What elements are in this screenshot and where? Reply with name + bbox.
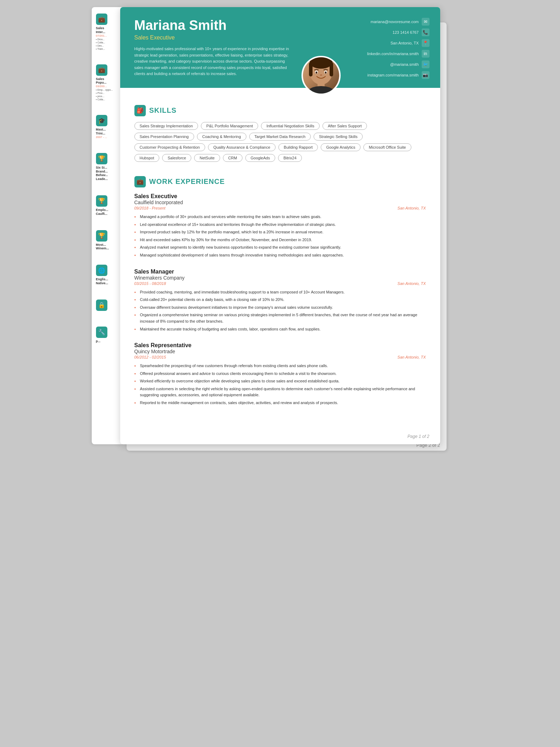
contact-info: mariana@novoresume.com✉123 1414 6767📞San… (367, 18, 430, 79)
sidebar-date-0: 07/201... (96, 34, 107, 37)
bullet-item: Oversaw different business development i… (134, 304, 426, 311)
job-dates: 09/2018 - Present (134, 206, 165, 210)
sidebar-text-6: Englis... Native... (96, 277, 108, 285)
bullet-item: Hit and exceeded sales KPIs by 30% for t… (134, 237, 426, 243)
job-title: Sales Representative (134, 342, 426, 349)
sidebar-item-3: 🏆Six Si... Brand... Behav... Leade... (95, 150, 119, 184)
sidebar-icon-8: 🔧 (96, 327, 107, 338)
contact-email-icon: ✉ (422, 18, 430, 26)
sidebar-icon-2: 🎓 (96, 115, 107, 126)
sidebar-item-2: 🎓Mast... Trini...2007 - ... (95, 112, 119, 142)
bullet-item: Offered professional answers and advice … (134, 371, 426, 377)
skills-grid: Sales Strategy ImplementationP&L Portfol… (134, 122, 426, 162)
sidebar-text-3: Six Si... Brand... Behav... Leade... (96, 166, 108, 181)
skill-tag: Influential Negotiation Skills (261, 122, 320, 130)
skill-tag: P&L Portfolio Management (201, 122, 258, 130)
sidebar-bullet: • Colla... (96, 98, 105, 101)
sidebar-item-1: 💼Sales Popu...03/200...• Emp... oppo...•… (95, 62, 119, 104)
company-name: Caulfield Incorporated (134, 200, 426, 205)
bullet-item: Worked efficiently to overcome objection… (134, 378, 426, 385)
sidebar-item-5: 🏆Most... Winem... (95, 227, 119, 254)
bullet-item: Spearheaded the prospecting of new custo… (134, 363, 426, 369)
skill-tag: Hubspot (134, 154, 160, 162)
work-entry: Sales Representative Quincy Motortrade 0… (134, 342, 426, 406)
bullet-item: Reported to the middle management on con… (134, 400, 426, 406)
svg-point-9 (325, 71, 326, 74)
job-bullets: Provided coaching, mentoring, and immedi… (134, 289, 426, 333)
skills-section-header: 🎒 SKILLS (134, 105, 426, 116)
sidebar-bullet: • Colla... (96, 41, 105, 44)
job-title: Sales Executive (134, 193, 426, 200)
page-number: Page 1 of 2 (120, 430, 440, 444)
sidebar-icon-5: 🏆 (96, 230, 107, 242)
contact-phone: 123 1414 6767📞 (393, 28, 429, 36)
sidebar-text-0: Sales Inter... (96, 26, 106, 34)
contact-linkedin-icon: in (422, 50, 430, 58)
skill-tag: Building Rapport (278, 143, 318, 151)
job-bullets: Spearheaded the prospecting of new custo… (134, 363, 426, 406)
sidebar-text-5: Most... Winem... (96, 243, 109, 251)
skill-tag: Target Market Data Research (249, 133, 311, 141)
skill-tag: Microsoft Office Suite (363, 143, 411, 151)
sidebar-bullet: • pros... (96, 95, 105, 97)
job-dates: 06/2012 - 02/2015 (134, 355, 166, 359)
bullet-item: Cold-called 20+ potential clients on a d… (134, 297, 426, 303)
sidebar-icon-1: 💼 (96, 64, 107, 76)
company-name: Quincy Motortrade (134, 349, 426, 354)
candidate-bio: Highly-motivated sales professional with… (134, 46, 291, 77)
bullet-item: Managed sophisticated development of sal… (134, 252, 426, 259)
bullet-item: Managed a portfolio of 30+ products and … (134, 214, 426, 220)
contact-email: mariana@novoresume.com✉ (370, 18, 429, 26)
job-title: Sales Manager (134, 269, 426, 275)
skill-tag: Sales Strategy Implementation (134, 122, 198, 130)
work-entry: Sales Manager Winemakers Company 03/2015… (134, 269, 426, 333)
skills-icon: 🎒 (134, 105, 146, 116)
company-name: Winemakers Company (134, 275, 426, 281)
svg-point-1 (310, 56, 332, 69)
skill-tag: After Sales Support (322, 122, 367, 130)
page-wrapper: Page 2 of 2 💼Sales Inter...07/201...• Dr… (120, 7, 440, 444)
sidebar-date-1: 03/200... (96, 85, 107, 88)
sidebar-icon-0: 💼 (96, 14, 107, 25)
sidebar-icon-4: 🏆 (96, 195, 107, 207)
skill-tag: Salesforce (162, 154, 191, 162)
svg-point-10 (320, 74, 322, 76)
job-location: San Antonio, TX (398, 355, 426, 359)
sidebar-item-8: 🔧p... (95, 324, 119, 346)
job-meta: 09/2018 - Present San Antonio, TX (134, 206, 426, 210)
sidebar-icon-3: 🏆 (96, 153, 107, 164)
work-entry: Sales Executive Caulfield Incorporated 0… (134, 193, 426, 259)
sidebar-bullet: • Train... (96, 48, 105, 50)
contact-location-icon: 📍 (422, 39, 430, 47)
photo-avatar (303, 57, 339, 94)
job-meta: 06/2012 - 02/2015 San Antonio, TX (134, 355, 426, 359)
contact-instagram: instagram.com/mariana.smith📷 (367, 71, 429, 79)
sidebar-item-0: 💼Sales Inter...07/201...• Drov...• Colla… (95, 11, 119, 53)
sidebar-text-8: p... (96, 339, 101, 343)
bullet-item: Led operational excellence of 15+ locati… (134, 222, 426, 228)
sidebar-item-6: 🌐Englis... Native... (95, 262, 119, 288)
skills-title: SKILLS (149, 106, 177, 115)
job-bullets: Managed a portfolio of 30+ products and … (134, 214, 426, 259)
sidebar-text-1: Sales Popu... (96, 77, 107, 85)
contact-instagram-icon: 📷 (422, 71, 430, 79)
sidebar-item-7: 🔒 (95, 297, 119, 315)
skill-tag: Quality Assurance & Compliance (208, 143, 276, 151)
skill-tag: Google Analytics (321, 143, 361, 151)
skill-tag: Sales Presentation Planning (134, 133, 194, 141)
skill-tag: Customer Prospecting & Retention (134, 143, 205, 151)
sidebar-bullet: • Prov... (96, 92, 105, 94)
sidebar-strip: 💼Sales Inter...07/201...• Drov...• Colla… (92, 7, 122, 444)
job-dates: 03/2015 - 08/2018 (134, 281, 166, 286)
skill-tag: Strategic Selling Skills (314, 133, 363, 141)
contact-twitter-icon: 🐦 (422, 60, 430, 68)
job-location: San Antonio, TX (398, 206, 426, 210)
skill-tag: Coaching & Mentoring (197, 133, 246, 141)
contact-twitter: @mariana.smith🐦 (390, 60, 429, 68)
svg-rect-3 (330, 62, 333, 76)
sidebar-icon-7: 🔒 (96, 300, 107, 311)
work-icon: 💼 (134, 176, 146, 187)
sidebar-bullet: • Dev... (96, 44, 104, 47)
bullet-item: Maintained the accurate tracking of budg… (134, 326, 426, 333)
resume-header: Mariana Smith Sales Executive Highly-mot… (120, 7, 440, 88)
